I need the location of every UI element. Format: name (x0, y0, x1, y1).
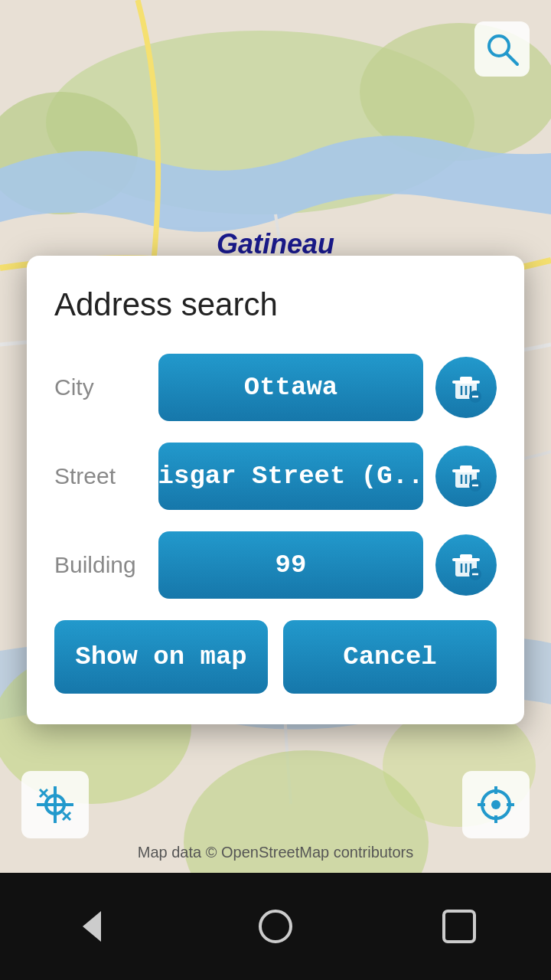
street-label: Street (54, 463, 146, 489)
trash-icon-street (449, 459, 483, 493)
action-buttons: Show on map Cancel (54, 620, 497, 694)
dialog-title: Address search (54, 286, 497, 323)
address-search-dialog: Address search City Ottawa (27, 256, 524, 724)
building-field-button[interactable]: 99 (158, 531, 423, 599)
city-delete-button[interactable] (435, 357, 497, 418)
street-field-button[interactable]: Lisgar Street (G... (158, 443, 423, 510)
trash-icon-city (449, 371, 483, 404)
building-row: Building 99 (54, 531, 497, 599)
trash-icon-building (449, 548, 483, 582)
building-label: Building (54, 552, 146, 578)
svg-rect-27 (452, 381, 480, 384)
city-field-button[interactable]: Ottawa (158, 354, 423, 421)
svg-rect-35 (452, 469, 480, 472)
svg-rect-43 (452, 558, 480, 561)
cancel-button[interactable]: Cancel (283, 620, 497, 694)
show-on-map-button[interactable]: Show on map (54, 620, 268, 694)
city-label: City (54, 374, 146, 400)
city-row: City Ottawa (54, 354, 497, 421)
modal-overlay: Address search City Ottawa (0, 0, 551, 980)
street-row: Street Lisgar Street (G... (54, 443, 497, 510)
building-delete-button[interactable] (435, 534, 497, 596)
street-delete-button[interactable] (435, 446, 497, 507)
